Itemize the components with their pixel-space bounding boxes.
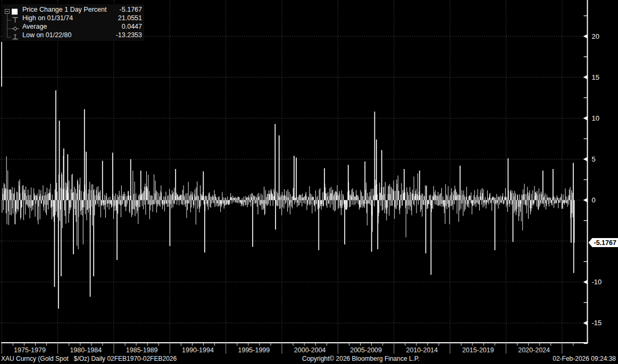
bloomberg-chart-window: 20151050-10-151975-19791980-19841985-198… — [0, 0, 618, 364]
average-marker-icon — [12, 27, 19, 31]
x-period-label: 2005-2009 — [350, 346, 382, 354]
legend-series-label: Price Change 1 Day Percent — [22, 5, 106, 14]
x-period-label: 2000-2004 — [294, 346, 326, 354]
legend-average-label: Average — [22, 22, 47, 31]
footer-bar: XAU Curncy (Gold Spot $/Oz) Daily 02FEB1… — [0, 354, 618, 364]
legend-tree-lines — [7, 14, 12, 37]
chart-legend: Price Change 1 Day Percent -5.1767 High … — [3, 4, 144, 41]
legend-average-value: 0.0447 — [122, 22, 142, 31]
series-color-swatch — [12, 9, 18, 15]
legend-item-high[interactable]: High on 01/31/74 21.0551 — [22, 14, 142, 22]
legend-high-value: 21.0551 — [118, 14, 142, 22]
clipped-high-spike — [1, 42, 2, 87]
y-tick-label: 0 — [592, 196, 596, 204]
legend-high-label: High on 01/31/74 — [22, 14, 73, 22]
x-period-label: 1985-1989 — [126, 346, 158, 354]
legend-low-value: -13.2353 — [116, 31, 142, 39]
footer-timestamp: 02-Feb-2026 09:24:38 — [553, 355, 616, 362]
y-tick-label: -15 — [592, 319, 602, 327]
footer-copyright: Copyright© 2026 Bloomberg Finance L.P. — [302, 355, 420, 362]
y-tick-label: 15 — [592, 73, 599, 81]
x-period-label: 2010-2014 — [406, 346, 438, 354]
high-marker-icon — [13, 18, 18, 23]
x-period-label: 2020-2024 — [518, 346, 550, 354]
legend-low-label: Low on 01/22/80 — [22, 31, 71, 39]
footer-security-title: XAU Curncy (Gold Spot $/Oz) Daily 02FEB1… — [1, 355, 177, 362]
legend-tree — [4, 6, 22, 41]
y-tick-label: 10 — [592, 114, 599, 122]
low-marker-icon — [13, 35, 18, 39]
chart-background — [0, 0, 618, 364]
y-tick-label: -10 — [592, 278, 602, 286]
x-period-label: 1990-1994 — [182, 346, 214, 354]
x-period-label: 1975-1979 — [14, 346, 46, 354]
chart-canvas[interactable]: 20151050-10-151975-19791980-19841985-198… — [0, 0, 618, 364]
x-period-label: 2015-2019 — [462, 346, 494, 354]
legend-item-series[interactable]: Price Change 1 Day Percent -5.1767 — [22, 5, 142, 14]
x-period-label: 1995-1999 — [238, 346, 270, 354]
y-tick-label: 20 — [592, 32, 599, 40]
legend-series-value: -5.1767 — [120, 5, 142, 14]
legend-item-low[interactable]: Low on 01/22/80 -13.2353 — [22, 31, 142, 39]
last-value-tag: -5.1767 — [589, 238, 618, 247]
x-period-label: 1980-1984 — [70, 346, 102, 354]
legend-item-average[interactable]: Average 0.0447 — [22, 22, 142, 31]
legend-collapse-toggle[interactable] — [5, 10, 10, 14]
y-tick-label: 5 — [592, 155, 596, 163]
last-value-tag-text: -5.1767 — [594, 239, 616, 247]
legend-rows: Price Change 1 Day Percent -5.1767 High … — [22, 5, 142, 39]
